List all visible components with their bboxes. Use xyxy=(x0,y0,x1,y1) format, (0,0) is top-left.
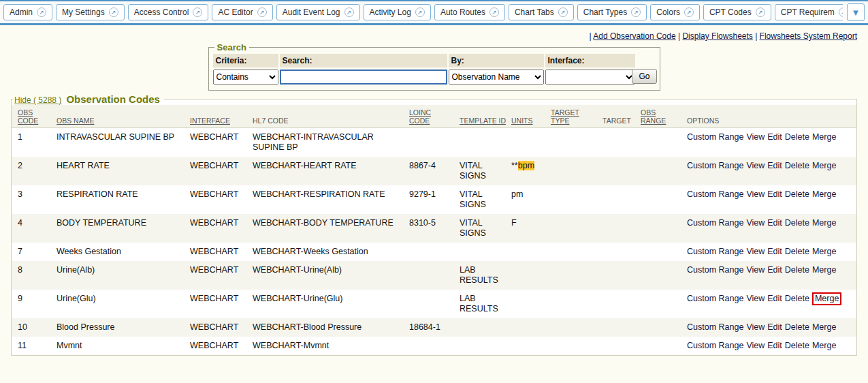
option-delete[interactable]: Delete xyxy=(785,265,809,275)
column-header-obs-range[interactable]: OBS RANGE xyxy=(638,105,684,128)
option-delete[interactable]: Delete xyxy=(785,132,809,142)
option-merge[interactable]: Merge xyxy=(812,189,836,200)
obs-range-cell xyxy=(638,157,684,185)
option-view[interactable]: View xyxy=(746,322,765,333)
column-header-loinc-code[interactable]: LOINC CODE xyxy=(406,105,457,128)
go-button[interactable]: Go xyxy=(632,69,656,84)
option-custom-range[interactable]: Custom Range xyxy=(687,265,743,275)
option-delete[interactable]: Delete xyxy=(785,218,809,228)
option-view[interactable]: View xyxy=(746,189,765,200)
option-view[interactable]: View xyxy=(746,265,765,275)
option-edit[interactable]: Edit xyxy=(767,189,782,200)
option-delete[interactable]: Delete xyxy=(785,189,809,200)
link-flowsheets-system-report[interactable]: Flowsheets System Report xyxy=(760,31,857,41)
column-sort-link[interactable]: OBS NAME xyxy=(57,117,94,125)
open-in-window-icon[interactable]: ↗ xyxy=(756,7,765,17)
open-in-window-icon[interactable]: ↗ xyxy=(839,7,843,17)
option-edit[interactable]: Edit xyxy=(767,247,782,257)
link-display-flowsheets[interactable]: Display Flowsheets xyxy=(682,31,752,41)
option-edit[interactable]: Edit xyxy=(767,132,782,142)
option-custom-range[interactable]: Custom Range xyxy=(687,294,743,304)
tab-my-settings[interactable]: My Settings↗ xyxy=(56,4,125,20)
option-edit[interactable]: Edit xyxy=(767,294,782,304)
open-in-window-icon[interactable]: ↗ xyxy=(37,7,46,17)
column-header-obs-code[interactable]: OBS CODE xyxy=(12,105,54,128)
tab-auto-routes[interactable]: Auto Routes↗ xyxy=(434,4,505,20)
link-add-observation-code[interactable]: Add Observation Code xyxy=(593,31,675,41)
hide-link[interactable]: Hide ( 5288 ) xyxy=(14,95,61,105)
search-input[interactable] xyxy=(280,70,447,85)
tab-cpt-codes[interactable]: CPT Codes↗ xyxy=(703,4,771,20)
option-merge[interactable]: Merge xyxy=(812,247,836,257)
column-sort-link[interactable]: UNITS xyxy=(511,117,533,125)
option-view[interactable]: View xyxy=(746,247,765,257)
column-sort-link[interactable]: TARGET TYPE xyxy=(551,108,579,125)
options-cell: Custom RangeViewEditDeleteMerge xyxy=(684,243,856,261)
observation-row: 11MvmntWEBCHARTWEBCHART-MvmntCustom Rang… xyxy=(12,337,856,355)
option-edit[interactable]: Edit xyxy=(767,322,782,333)
column-sort-link[interactable]: OBS CODE xyxy=(18,108,38,125)
option-merge[interactable]: Merge xyxy=(812,218,836,228)
tab-overflow-button[interactable]: ▼ xyxy=(847,3,865,21)
option-custom-range[interactable]: Custom Range xyxy=(687,247,743,257)
column-header-target-type[interactable]: TARGET TYPE xyxy=(548,105,600,128)
open-in-window-icon[interactable]: ↗ xyxy=(558,7,568,17)
tab-ac-editor[interactable]: AC Editor↗ xyxy=(212,4,272,20)
option-custom-range[interactable]: Custom Range xyxy=(687,322,743,333)
tab-activity-log[interactable]: Activity Log↗ xyxy=(364,4,431,20)
column-sort-link[interactable]: LOINC CODE xyxy=(409,108,431,125)
tab-chart-types[interactable]: Chart Types↗ xyxy=(577,4,647,20)
options-cell: Custom RangeViewEditDeleteMerge xyxy=(684,214,856,243)
option-merge[interactable]: Merge xyxy=(812,322,836,333)
option-custom-range[interactable]: Custom Range xyxy=(687,161,743,171)
column-header-obs-name[interactable]: OBS NAME xyxy=(54,105,187,128)
open-in-window-icon[interactable]: ↗ xyxy=(257,7,267,17)
option-delete[interactable]: Delete xyxy=(785,341,809,351)
interface-select[interactable] xyxy=(545,70,635,85)
column-header-units[interactable]: UNITS xyxy=(509,105,548,128)
option-view[interactable]: View xyxy=(746,218,765,228)
column-sort-link[interactable]: INTERFACE xyxy=(190,117,230,125)
option-view[interactable]: View xyxy=(746,161,765,171)
open-in-window-icon[interactable]: ↗ xyxy=(684,7,694,17)
option-edit[interactable]: Edit xyxy=(767,161,782,171)
column-header-template-id[interactable]: TEMPLATE ID xyxy=(457,105,509,128)
option-merge[interactable]: Merge xyxy=(812,161,836,171)
tab-cpt-requirem[interactable]: CPT Requirem↗ xyxy=(775,4,843,20)
column-header-interface[interactable]: INTERFACE xyxy=(187,105,250,128)
column-sort-link[interactable]: TEMPLATE ID xyxy=(460,117,506,125)
open-in-window-icon[interactable]: ↗ xyxy=(193,7,202,17)
option-edit[interactable]: Edit xyxy=(767,341,782,351)
option-custom-range[interactable]: Custom Range xyxy=(687,218,743,228)
tab-colors[interactable]: Colors↗ xyxy=(650,4,700,20)
option-custom-range[interactable]: Custom Range xyxy=(687,189,743,200)
by-select[interactable]: Observation Name xyxy=(449,70,544,85)
option-merge[interactable]: Merge xyxy=(812,132,836,142)
tab-audit-event-log[interactable]: Audit Event Log↗ xyxy=(276,4,360,20)
option-view[interactable]: View xyxy=(746,294,765,304)
open-in-window-icon[interactable]: ↗ xyxy=(109,7,118,17)
option-merge[interactable]: Merge xyxy=(812,265,836,275)
option-custom-range[interactable]: Custom Range xyxy=(687,341,743,351)
tab-access-control[interactable]: Access Control↗ xyxy=(128,4,209,20)
open-in-window-icon[interactable]: ↗ xyxy=(631,7,641,17)
option-edit[interactable]: Edit xyxy=(767,218,782,228)
open-in-window-icon[interactable]: ↗ xyxy=(415,7,425,17)
option-custom-range[interactable]: Custom Range xyxy=(687,132,743,142)
tab-chart-tabs[interactable]: Chart Tabs↗ xyxy=(509,4,574,20)
option-merge[interactable]: Merge xyxy=(812,292,841,305)
option-merge[interactable]: Merge xyxy=(812,341,836,351)
criteria-select[interactable]: Contains xyxy=(213,70,278,85)
option-delete[interactable]: Delete xyxy=(785,294,809,304)
obs-range-cell xyxy=(638,243,684,261)
option-delete[interactable]: Delete xyxy=(785,247,809,257)
option-delete[interactable]: Delete xyxy=(785,161,809,171)
option-view[interactable]: View xyxy=(746,132,765,142)
tab-admin[interactable]: Admin↗ xyxy=(3,4,52,20)
option-delete[interactable]: Delete xyxy=(785,322,809,333)
option-edit[interactable]: Edit xyxy=(767,265,782,275)
option-view[interactable]: View xyxy=(746,341,765,351)
open-in-window-icon[interactable]: ↗ xyxy=(344,7,354,17)
column-sort-link[interactable]: OBS RANGE xyxy=(641,108,666,125)
open-in-window-icon[interactable]: ↗ xyxy=(489,7,499,17)
